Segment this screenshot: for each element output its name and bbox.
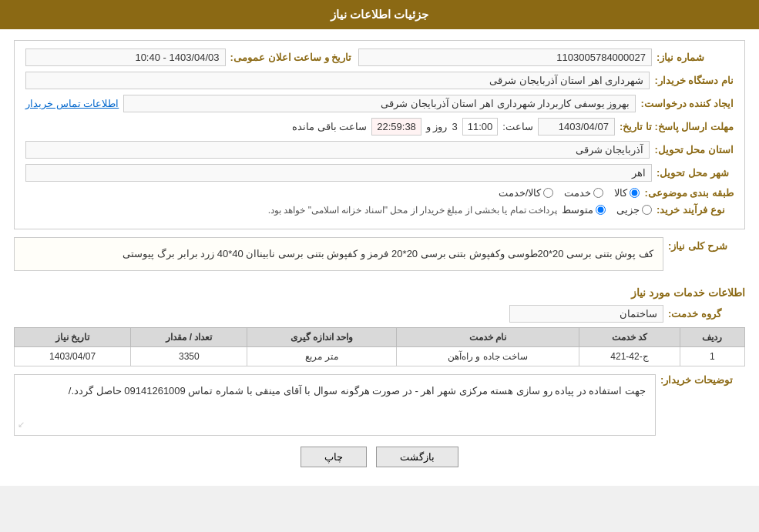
print-button[interactable]: چاپ <box>301 447 367 467</box>
page-wrapper: جزئیات اطلاعات نیاز شماره نیاز: 11030057… <box>0 0 759 486</box>
countdown-value: 22:59:38 <box>371 118 421 136</box>
col-radif: ردیف <box>680 328 744 347</box>
notes-resize-handle: ↙ <box>18 417 25 432</box>
mohlat-label: مهلت ارسال پاسخ: تا تاریخ: <box>620 121 734 132</box>
ostan-value: آذربایجان شرقی <box>25 141 650 159</box>
row-dastgah: نام دستگاه خریدار: شهرداری اهر استان آذر… <box>25 72 734 89</box>
farayan-jozi-label: جزیی <box>616 204 640 216</box>
cell-kod: ج-42-421 <box>579 347 680 366</box>
cell-tarikh: 1403/04/07 <box>15 347 131 366</box>
row-mohlat: مهلت ارسال پاسخ: تا تاریخ: 1403/04/07 سا… <box>25 118 734 136</box>
saat-label: ساعت: <box>502 121 533 132</box>
row-farayan: نوع فرآیند خرید: جزیی متوسط پرداخت تمام … <box>25 204 734 216</box>
tabaqe-radio-group: کالا خدمت کالا/خدمت <box>499 187 640 199</box>
tabaqe-both-label: کالا/خدمت <box>499 187 542 199</box>
farayan-note: پرداخت تمام یا بخشی از مبلغ خریدار از مح… <box>268 205 557 216</box>
sharh-value: کف پوش بتنی برسی 20*20طوسی وکفپوش بتنی ب… <box>14 237 663 271</box>
tabaqe-khadamat-label: خدمت <box>564 187 591 199</box>
farayan-motavasset-radio[interactable] <box>596 205 606 215</box>
notes-text: جهت استفاده در پیاده رو سازی هسته مرکزی … <box>24 383 646 400</box>
farayan-motavasset-label: متوسط <box>562 204 593 216</box>
services-table: ردیف کد خدمت نام خدمت واحد اندازه گیری ت… <box>14 327 745 366</box>
roz-value: 3 <box>452 121 457 132</box>
table-row: 1 ج-42-421 ساخت جاده و راه‌آهن متر مربع … <box>15 347 745 366</box>
contact-link[interactable]: اطلاعات تماس خریدار <box>25 98 119 109</box>
row-shomara: شماره نیاز: 1103005784000027 تاریخ و ساع… <box>25 49 734 66</box>
ijad-label: ایجاد کننده درخواست: <box>640 98 734 109</box>
farayan-group: جزیی متوسط پرداخت تمام یا بخشی از مبلغ خ… <box>25 204 652 216</box>
back-button[interactable]: بازگشت <box>376 447 458 467</box>
tarikh-aalan-label: تاریخ و ساعت اعلان عمومی: <box>230 52 354 63</box>
col-nam: نام خدمت <box>396 328 579 347</box>
tabaqe-khadamat: خدمت <box>564 187 603 199</box>
gorohe-value: ساختمان <box>509 305 663 323</box>
row-shahr: شهر محل تحویل: اهر <box>25 164 734 182</box>
countdown-label: ساعت باقی مانده <box>292 121 367 132</box>
gorohe-label: گروه خدمت: <box>668 308 745 320</box>
services-section: اطلاعات خدمات مورد نیاز گروه خدمت: ساختم… <box>14 286 745 366</box>
notes-label: توضیحات خریدار: <box>660 374 745 386</box>
tabaqe-kala-label: کالا <box>614 187 627 199</box>
shahr-value: اهر <box>25 164 652 182</box>
ijad-value: بهروز یوسفی کاربردار شهرداری اهر استان آ… <box>123 95 636 112</box>
tarikh-aalan-value: 1403/04/03 - 10:40 <box>25 49 226 66</box>
tabaqe-kala-radio[interactable] <box>630 188 640 198</box>
date-value: 1403/04/07 <box>538 118 615 136</box>
cell-tedad: 3350 <box>131 347 247 366</box>
tabaqe-kala-khadamat: کالا/خدمت <box>499 187 554 199</box>
col-kod: کد خدمت <box>579 328 680 347</box>
tabaqe-both-radio[interactable] <box>543 188 553 198</box>
buttons-row: بازگشت چاپ <box>14 447 745 467</box>
notes-row: توضیحات خریدار: جهت استفاده در پیاده رو … <box>14 374 745 439</box>
farayan-label: نوع فرآیند خرید: <box>657 204 734 216</box>
dastgah-label: نام دستگاه خریدار: <box>654 75 734 86</box>
cell-nam: ساخت جاده و راه‌آهن <box>396 347 579 366</box>
tabaqe-khadamat-radio[interactable] <box>593 188 603 198</box>
tabaqe-kala: کالا <box>614 187 640 199</box>
cell-radif: 1 <box>680 347 744 366</box>
main-form-section: شماره نیاز: 1103005784000027 تاریخ و ساع… <box>14 40 745 229</box>
row-ijad: ایجاد کننده درخواست: بهروز یوسفی کاربردا… <box>25 95 734 112</box>
sharh-label: شرح کلی نیاز: <box>668 240 745 252</box>
mohlat-group: 1403/04/07 ساعت: 11:00 3 روز و 22:59:38 … <box>25 118 615 136</box>
dastgah-value: شهرداری اهر استان آذربایجان شرقی <box>25 72 650 89</box>
services-title: اطلاعات خدمات مورد نیاز <box>14 286 745 299</box>
cell-vahed: متر مربع <box>247 347 397 366</box>
roz-label: روز و <box>426 121 448 132</box>
notes-box: جهت استفاده در پیاده رو سازی هسته مرکزی … <box>14 374 656 436</box>
saat-value: 11:00 <box>462 118 499 136</box>
gorohe-row: گروه خدمت: ساختمان <box>14 305 745 323</box>
shomara-value: 1103005784000027 <box>358 49 652 66</box>
col-tedad: تعداد / مقدار <box>131 328 247 347</box>
page-header: جزئیات اطلاعات نیاز <box>0 0 759 29</box>
sharh-section: شرح کلی نیاز: کف پوش بتنی برسی 20*20طوسی… <box>14 237 745 279</box>
farayan-radio-group: جزیی متوسط <box>562 204 652 216</box>
farayan-jozi-radio[interactable] <box>642 205 652 215</box>
page-content: شماره نیاز: 1103005784000027 تاریخ و ساع… <box>0 29 759 486</box>
ostan-label: استان محل تحویل: <box>654 144 734 156</box>
col-vahed: واحد اندازه گیری <box>247 328 397 347</box>
farayan-motavasset: متوسط <box>562 204 606 216</box>
row-ostan: استان محل تحویل: آذربایجان شرقی <box>25 141 734 159</box>
farayan-jozi: جزیی <box>616 204 652 216</box>
row-tabaqe: طبقه بندی موضوعی: کالا خدمت کالا/خدمت <box>25 187 734 199</box>
col-tarikh: تاریخ نیاز <box>15 328 131 347</box>
tabaqe-label: طبقه بندی موضوعی: <box>644 187 734 199</box>
page-title: جزئیات اطلاعات نیاز <box>331 8 428 21</box>
shahr-label: شهر محل تحویل: <box>657 167 734 179</box>
shomara-label: شماره نیاز: <box>657 52 734 63</box>
